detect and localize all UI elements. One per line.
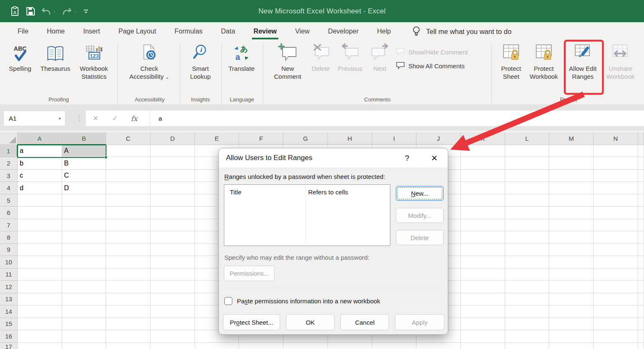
cell-B17[interactable] bbox=[62, 343, 106, 349]
row-header-13[interactable]: 13 bbox=[0, 293, 18, 305]
protect-sheet-ribbon-button[interactable]: Protect Sheet bbox=[497, 43, 525, 80]
cell-M2[interactable] bbox=[549, 157, 594, 169]
row-header-10[interactable]: 10 bbox=[0, 256, 18, 268]
cell-N12[interactable] bbox=[594, 281, 638, 293]
cell-B4[interactable]: D bbox=[62, 182, 106, 194]
cell-A7[interactable] bbox=[18, 219, 62, 231]
cell-A17[interactable] bbox=[18, 343, 62, 349]
cell-M13[interactable] bbox=[549, 293, 594, 305]
cell-A8[interactable] bbox=[18, 231, 62, 243]
tab-review[interactable]: Review bbox=[244, 22, 286, 41]
thesaurus-button[interactable]: Thesaurus bbox=[36, 43, 75, 72]
cell-C3[interactable] bbox=[106, 170, 151, 182]
cell-K17[interactable] bbox=[461, 343, 505, 349]
row-header-7[interactable]: 7 bbox=[0, 219, 18, 231]
cell-N10[interactable] bbox=[594, 256, 638, 268]
cell-K15[interactable] bbox=[461, 318, 505, 330]
modify-range-button[interactable]: Modify... bbox=[396, 208, 444, 223]
cell-D16[interactable] bbox=[151, 330, 195, 342]
cell-C10[interactable] bbox=[106, 256, 151, 268]
tab-file[interactable]: File bbox=[8, 22, 38, 41]
column-header-D[interactable]: D bbox=[151, 132, 195, 145]
cell-L14[interactable] bbox=[505, 305, 550, 318]
tab-page-layout[interactable]: Page Layout bbox=[109, 22, 165, 41]
cell-M1[interactable] bbox=[549, 145, 594, 157]
cell-D7[interactable] bbox=[151, 219, 195, 231]
cell-I17[interactable] bbox=[372, 343, 417, 349]
cell-D9[interactable] bbox=[151, 244, 195, 256]
cell-C12[interactable] bbox=[106, 281, 151, 293]
name-box-dropdown-icon[interactable]: ▾ bbox=[59, 116, 61, 121]
row-header-4[interactable]: 4 bbox=[0, 182, 18, 194]
tab-home[interactable]: Home bbox=[38, 22, 74, 41]
permissions-button[interactable]: Permissions... bbox=[224, 266, 275, 281]
cell-L4[interactable] bbox=[505, 182, 550, 194]
cell-N16[interactable] bbox=[594, 330, 638, 342]
column-header-A[interactable]: A bbox=[18, 132, 62, 145]
cell-N9[interactable] bbox=[594, 244, 638, 256]
cell-K16[interactable] bbox=[461, 330, 505, 342]
cell-C16[interactable] bbox=[106, 330, 151, 342]
cell-M14[interactable] bbox=[549, 305, 594, 318]
cell-B1[interactable]: A bbox=[62, 145, 106, 157]
cell-N4[interactable] bbox=[594, 182, 638, 194]
cell-N5[interactable] bbox=[594, 194, 638, 207]
cell-M17[interactable] bbox=[549, 343, 594, 349]
cell-N1[interactable] bbox=[594, 145, 638, 157]
cell-D14[interactable] bbox=[151, 305, 195, 318]
cell-F17[interactable] bbox=[239, 343, 283, 349]
cell-C1[interactable] bbox=[106, 145, 151, 157]
cell-C17[interactable] bbox=[106, 343, 151, 349]
cell-D3[interactable] bbox=[151, 170, 195, 182]
cell-M8[interactable] bbox=[549, 231, 594, 243]
cell-N15[interactable] bbox=[594, 318, 638, 330]
cell-B8[interactable] bbox=[62, 231, 106, 243]
cell-B3[interactable]: C bbox=[62, 170, 106, 182]
column-header-H[interactable]: H bbox=[328, 132, 372, 145]
cell-C15[interactable] bbox=[106, 318, 151, 330]
cell-A12[interactable] bbox=[18, 281, 62, 293]
cell-H17[interactable] bbox=[328, 343, 372, 349]
column-header-C[interactable]: C bbox=[106, 132, 151, 145]
cell-N11[interactable] bbox=[594, 269, 638, 281]
cell-B9[interactable] bbox=[62, 244, 106, 256]
apply-button[interactable]: Apply bbox=[395, 314, 444, 330]
tab-help[interactable]: Help bbox=[368, 22, 400, 41]
cell-A5[interactable] bbox=[18, 194, 62, 207]
show-hide-comment-button[interactable]: Show/Hide Comment bbox=[396, 48, 468, 57]
column-header-B[interactable]: B bbox=[62, 132, 106, 145]
column-header-J[interactable]: J bbox=[416, 132, 461, 145]
cell-K4[interactable] bbox=[461, 182, 505, 194]
cancel-entry-icon[interactable]: ✕ bbox=[86, 114, 105, 122]
new-comment-button[interactable]: New Comment bbox=[268, 43, 307, 80]
cell-L2[interactable] bbox=[505, 157, 550, 169]
cell-M11[interactable] bbox=[549, 269, 594, 281]
cell-A10[interactable] bbox=[18, 256, 62, 268]
cell-M4[interactable] bbox=[549, 182, 594, 194]
cell-D11[interactable] bbox=[151, 269, 195, 281]
tab-formulas[interactable]: Formulas bbox=[165, 22, 212, 41]
new-range-button[interactable]: New... bbox=[396, 186, 444, 201]
cell-A11[interactable] bbox=[18, 269, 62, 281]
cell-K12[interactable] bbox=[461, 281, 505, 293]
row-header-6[interactable]: 6 bbox=[0, 207, 18, 219]
row-header-1[interactable]: 1 bbox=[0, 145, 18, 157]
cell-A9[interactable] bbox=[18, 244, 62, 256]
cell-C13[interactable] bbox=[106, 293, 151, 305]
cell-L8[interactable] bbox=[505, 231, 550, 243]
dialog-close-icon[interactable]: ✕ bbox=[431, 148, 438, 168]
row-header-16[interactable]: 16 bbox=[0, 330, 18, 342]
formula-bar-dots-icon[interactable]: ⋮ bbox=[75, 111, 83, 126]
delete-range-button[interactable]: Delete bbox=[396, 230, 444, 245]
cell-B10[interactable] bbox=[62, 256, 106, 268]
cell-L16[interactable] bbox=[505, 330, 550, 342]
cell-K8[interactable] bbox=[461, 231, 505, 243]
cell-D15[interactable] bbox=[151, 318, 195, 330]
cell-A15[interactable] bbox=[18, 318, 62, 330]
next-comment-button[interactable]: Next bbox=[368, 43, 392, 72]
cell-D13[interactable] bbox=[151, 293, 195, 305]
cell-B16[interactable] bbox=[62, 330, 106, 342]
cell-L12[interactable] bbox=[505, 281, 550, 293]
allow-edit-ranges-button[interactable]: Allow Edit Ranges bbox=[564, 43, 601, 80]
column-header-K[interactable]: K bbox=[461, 132, 505, 145]
